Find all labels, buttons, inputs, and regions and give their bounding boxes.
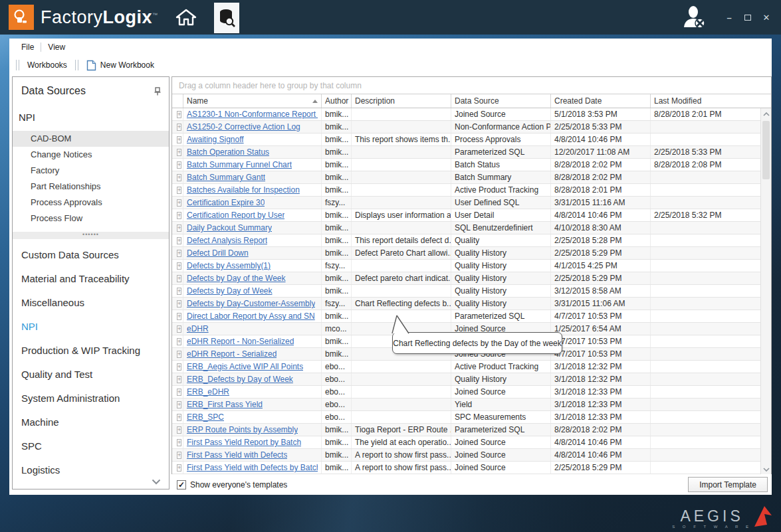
- table-row[interactable]: + Defects by Day-Customer-Assembly fszy.…: [172, 298, 771, 310]
- table-row[interactable]: + AS1250-2 Corrective Action Log bmik...…: [172, 121, 771, 133]
- expand-icon[interactable]: +: [177, 111, 181, 118]
- expand-icon[interactable]: +: [177, 161, 181, 169]
- table-row[interactable]: + Certification Expire 30 fszy... User D…: [172, 197, 771, 209]
- expand-icon[interactable]: +: [177, 199, 181, 207]
- report-name-link[interactable]: First Pass Yield Report by Batch: [187, 438, 301, 447]
- category-item[interactable]: System Administration: [13, 387, 169, 410]
- expand-icon[interactable]: +: [177, 187, 181, 194]
- toolbar-grip[interactable]: [16, 60, 19, 70]
- report-name-link[interactable]: AS1250-2 Corrective Action Log: [187, 122, 300, 132]
- table-row[interactable]: + Certification Report by User bmik... D…: [172, 209, 771, 222]
- expand-icon[interactable]: +: [177, 401, 181, 408]
- menu-view[interactable]: View: [41, 41, 72, 54]
- table-row[interactable]: + ERP Route Points by Assembly bmik... T…: [172, 424, 771, 436]
- column-header-created-date[interactable]: Created Date: [551, 94, 651, 108]
- column-header-data-source[interactable]: Data Source: [451, 94, 551, 108]
- expand-icon[interactable]: +: [177, 174, 181, 181]
- report-name-link[interactable]: eDHR: [187, 324, 209, 333]
- column-header-author[interactable]: Author: [322, 94, 352, 108]
- report-name-link[interactable]: Certification Expire 30: [187, 198, 265, 207]
- expand-icon[interactable]: +: [177, 136, 181, 143]
- report-name-link[interactable]: eDHR Report - Serialized: [187, 349, 277, 359]
- category-item[interactable]: Custom Data Sources: [13, 243, 169, 267]
- table-row[interactable]: + ERB_First Pass Yield ebo... Yield 3/1/…: [172, 399, 771, 411]
- report-name-link[interactable]: eDHR Report - Non-Serialized: [187, 337, 294, 346]
- expand-icon[interactable]: +: [177, 351, 181, 358]
- expand-icon[interactable]: +: [177, 275, 181, 282]
- data-source-item[interactable]: Process Flow: [13, 211, 169, 226]
- table-row[interactable]: + Batch Operation Status bmik... Paramet…: [172, 146, 771, 159]
- data-source-item[interactable]: Process Approvals: [13, 195, 169, 211]
- report-name-link[interactable]: Defect Analysis Report: [187, 236, 267, 245]
- table-row[interactable]: + First Pass Yield with Defects bmik... …: [172, 449, 771, 462]
- npi-section-header[interactable]: NPI: [13, 97, 169, 123]
- table-row[interactable]: + ERB_Defects by Day of Week ebo... Qual…: [172, 373, 771, 386]
- expand-icon[interactable]: +: [177, 300, 181, 308]
- chevron-down-icon[interactable]: [152, 479, 161, 485]
- report-name-link[interactable]: Defect Drill Down: [187, 248, 249, 258]
- expand-icon[interactable]: +: [177, 464, 181, 472]
- report-name-link[interactable]: Defects by Day of Week: [187, 286, 273, 296]
- report-name-link[interactable]: AS1230-1 Non-Conformance Report by ...: [187, 110, 318, 119]
- show-everyones-templates-checkbox[interactable]: ✓: [177, 480, 186, 489]
- scrollbar-thumb[interactable]: [762, 121, 770, 179]
- expand-icon[interactable]: +: [177, 124, 181, 131]
- table-row[interactable]: + Defect Drill Down bmik... Defect Paret…: [172, 247, 771, 260]
- report-name-link[interactable]: ERB_Defects by Day of Week: [187, 375, 293, 384]
- table-row[interactable]: + Direct Labor Report by Assy and SN bmi…: [172, 310, 771, 323]
- report-name-link[interactable]: Awaiting Signoff: [187, 135, 244, 144]
- report-name-link[interactable]: First Pass Yield with Defects: [187, 450, 287, 460]
- table-row[interactable]: + ERB_Aegis Active WIP All Points ebo...…: [172, 361, 771, 373]
- report-name-link[interactable]: Batch Operation Status: [187, 147, 269, 157]
- close-button[interactable]: ✕: [761, 12, 772, 23]
- category-item[interactable]: NPI: [13, 315, 169, 339]
- sidebar-splitter[interactable]: ••••••: [13, 232, 169, 239]
- report-name-link[interactable]: Direct Labor Report by Assy and SN: [187, 311, 315, 321]
- report-name-link[interactable]: Daily Packout Summary: [187, 223, 272, 232]
- table-row[interactable]: + First Pass Yield with Defects by Batch…: [172, 462, 771, 474]
- expand-icon[interactable]: +: [177, 212, 181, 219]
- workbooks-button[interactable]: Workbooks: [23, 59, 71, 71]
- report-name-link[interactable]: Batch Summary Funnel Chart: [187, 160, 292, 169]
- table-row[interactable]: + Defects by Day of the Week bmik... Def…: [172, 272, 771, 285]
- home-button[interactable]: [175, 8, 197, 27]
- toolbar-grip[interactable]: [75, 60, 78, 70]
- report-name-link[interactable]: Batch Summary Gantt: [187, 173, 265, 182]
- pin-icon[interactable]: [154, 87, 161, 96]
- vertical-scrollbar[interactable]: [760, 108, 771, 475]
- column-header-name[interactable]: Name: [183, 94, 322, 108]
- expand-icon[interactable]: +: [177, 237, 181, 244]
- data-source-item[interactable]: Factory: [13, 163, 169, 179]
- new-workbook-button[interactable]: New Workbook: [82, 58, 158, 72]
- report-name-link[interactable]: First Pass Yield with Defects by Batch: [187, 463, 318, 472]
- expand-icon[interactable]: +: [177, 313, 181, 320]
- column-header-description[interactable]: Description: [352, 94, 451, 108]
- report-name-link[interactable]: Defects by Day of the Week: [187, 274, 286, 283]
- expand-icon[interactable]: +: [177, 224, 181, 232]
- category-item[interactable]: Material and Traceability: [13, 267, 169, 291]
- table-row[interactable]: + Defect Analysis Report bmik... This re…: [172, 234, 771, 247]
- expand-icon[interactable]: +: [177, 325, 181, 333]
- report-name-link[interactable]: ERP Route Points by Assembly: [187, 425, 298, 434]
- maximize-button[interactable]: [742, 12, 753, 23]
- expand-icon[interactable]: +: [177, 288, 181, 295]
- expand-icon[interactable]: +: [177, 389, 181, 396]
- expand-icon[interactable]: +: [177, 250, 181, 257]
- expand-icon[interactable]: +: [177, 262, 181, 270]
- category-item[interactable]: Quality and Test: [13, 363, 169, 387]
- category-item[interactable]: Miscellaneous: [13, 291, 169, 315]
- table-row[interactable]: + Defects by Day of Week bmik... Quality…: [172, 285, 771, 298]
- report-name-link[interactable]: ERB_First Pass Yield: [187, 400, 263, 409]
- import-template-button[interactable]: Import Template: [688, 477, 768, 492]
- menu-file[interactable]: File: [15, 41, 41, 54]
- expand-icon[interactable]: +: [177, 376, 181, 383]
- scroll-down-icon[interactable]: [761, 464, 771, 475]
- minimize-button[interactable]: –: [724, 12, 734, 23]
- expand-icon[interactable]: +: [177, 439, 181, 446]
- report-name-link[interactable]: Defects by Day-Customer-Assembly: [187, 299, 315, 308]
- report-name-link[interactable]: Defects by Assembly(1): [187, 261, 271, 270]
- table-row[interactable]: + Batches Available for Inspection bmik.…: [172, 184, 771, 197]
- report-name-link[interactable]: Certification Report by User: [187, 211, 284, 220]
- user-logout-icon[interactable]: [681, 6, 708, 29]
- table-row[interactable]: + Defects by Assembly(1) fszy... Quality…: [172, 260, 771, 272]
